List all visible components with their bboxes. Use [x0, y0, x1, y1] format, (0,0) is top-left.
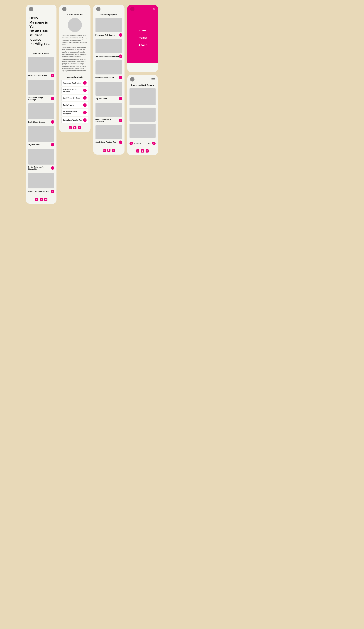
prev-label: previous — [134, 142, 141, 144]
project-list-item-2[interactable]: Tea Station's Logo Redesign → — [61, 87, 88, 94]
project-title-1: Poster and Web Design — [28, 74, 47, 76]
bio-para-3: The more I delve into the world of desig… — [59, 59, 91, 73]
project-card-4[interactable]: Tay Ho's Menu → — [28, 126, 54, 147]
phone2-header — [59, 5, 91, 13]
phone3-arrow-3[interactable]: → — [119, 76, 122, 79]
prev-arrow-icon[interactable]: ← — [129, 142, 133, 145]
hero-section: Hello. My name is Yen. I'm an UXID stude… — [26, 13, 56, 51]
project-list-title-1: Poster and Web Design — [63, 82, 81, 84]
project-list-arrow-6[interactable]: → — [83, 118, 87, 122]
phone2-linkedin-icon[interactable]: in — [69, 126, 72, 130]
mail-icon[interactable]: ✉ — [44, 198, 47, 201]
phone2-mail-icon[interactable]: ✉ — [78, 126, 81, 130]
project-card-1[interactable]: Poster and Web Design → — [28, 57, 54, 77]
project-list-item-5[interactable]: Bo By Butterman's Styleguide → — [61, 109, 88, 116]
phone3-title-4: Tay Ho's Menu — [96, 98, 107, 100]
phone3-linkedin-icon[interactable]: in — [103, 149, 106, 152]
phone2-social-footer: in B ✉ — [59, 124, 91, 132]
project-card-3[interactable]: Banh Chung Brochure → — [28, 103, 54, 124]
project-list-title-6: Candy Land Weather App — [63, 119, 82, 121]
project-card-footer-5: Bo By Butterman's Styleguide → — [28, 166, 54, 170]
phone2-behance-icon[interactable]: B — [73, 126, 76, 130]
menu-overlay: Home Project About — [127, 13, 158, 63]
project-card-2[interactable]: Tea Station's Logo Redesign → — [28, 80, 54, 101]
project-arrow-6[interactable]: → — [51, 190, 54, 193]
hamburger-icon[interactable] — [50, 8, 54, 10]
projects-title: Selected projects — [93, 13, 124, 18]
menu-item-about[interactable]: About — [138, 44, 146, 47]
phone3-arrow-4[interactable]: → — [119, 97, 122, 100]
phone3-project-card-5[interactable]: Bo By Butterman's Styleguide → — [96, 103, 122, 123]
project-detail-title: Poster and Web Design — [127, 83, 158, 88]
project-thumb-4 — [28, 126, 54, 142]
phone2-selected-label: selected projects — [59, 74, 91, 80]
next-arrow-icon[interactable]: → — [152, 142, 155, 145]
linkedin-icon[interactable]: in — [35, 198, 38, 201]
behance-icon[interactable]: B — [40, 198, 43, 201]
phone3-project-card-6[interactable]: Candy Land Weather App → — [96, 125, 122, 144]
project-thumb-2 — [28, 80, 54, 95]
phone1-dot — [29, 7, 33, 11]
phone5-linkedin-icon[interactable]: in — [136, 150, 139, 153]
phone5-hamburger-icon[interactable] — [151, 78, 155, 80]
phone5-social-footer: in B ✉ — [127, 147, 158, 155]
phone3-project-card-1[interactable]: Poster and Web Design → — [96, 18, 122, 37]
phone3-footer-2: Tea Station's Logo Redesign → — [96, 54, 122, 58]
menu-item-home[interactable]: Home — [138, 29, 146, 32]
phone5-dot — [130, 77, 134, 81]
phone3-footer-5: Bo By Butterman's Styleguide → — [96, 118, 122, 123]
project-card-footer-3: Banh Chung Brochure → — [28, 120, 54, 124]
project-title-6: Candy Land Weather App — [28, 190, 49, 192]
phone2-hamburger-icon[interactable] — [84, 8, 88, 10]
project-list-arrow-1[interactable]: → — [83, 81, 87, 85]
project-arrow-2[interactable]: → — [51, 97, 54, 100]
phone3-project-card-4[interactable]: Tay Ho's Menu → — [96, 82, 122, 100]
project-title-3: Banh Chung Brochure — [28, 121, 46, 123]
phone3-arrow-5[interactable]: → — [119, 119, 122, 122]
next-button[interactable]: next → — [148, 142, 155, 145]
project-title-5: Bo By Butterman's Styleguide — [28, 166, 51, 170]
project-list-item-1[interactable]: Poster and Web Design → — [61, 80, 88, 86]
project-list-item-3[interactable]: Banh Chung Brochure → — [61, 95, 88, 101]
project-list-item-4[interactable]: Tay Ho's Menu → — [61, 102, 88, 108]
project-card-6[interactable]: Candy Land Weather App → — [28, 173, 54, 193]
close-icon[interactable]: ✕ — [153, 7, 155, 11]
phone3-title-1: Poster and Web Design — [96, 34, 115, 36]
project-list-arrow-5[interactable]: → — [83, 111, 87, 114]
phone5-behance-icon[interactable]: B — [141, 150, 144, 153]
phone3-mail-icon[interactable]: ✉ — [112, 149, 115, 152]
phone3-hamburger-icon[interactable] — [118, 8, 122, 10]
project-list-arrow-4[interactable]: → — [83, 103, 87, 107]
phone1-social-footer: in B ✉ — [26, 196, 56, 204]
project-card-footer-2: Tea Station's Logo Redesign → — [28, 97, 54, 101]
phone3-title-6: Candy Land Weather App — [96, 141, 116, 143]
project-list-arrow-2[interactable]: → — [83, 89, 87, 92]
phone5-mail-icon[interactable]: ✉ — [145, 150, 149, 153]
project-arrow-1[interactable]: → — [51, 74, 54, 77]
project-card-5[interactable]: Bo By Butterman's Styleguide → — [28, 149, 54, 170]
project-thumb-6 — [28, 173, 54, 188]
project-card-footer-1: Poster and Web Design → — [28, 74, 54, 77]
project-arrow-5[interactable]: → — [51, 166, 54, 170]
project-arrow-3[interactable]: → — [51, 120, 54, 124]
phone3-thumb-6 — [96, 125, 122, 139]
phone3-thumb-2 — [96, 39, 122, 53]
phone3-arrow-2[interactable]: → — [119, 54, 122, 58]
phone3-arrow-6[interactable]: → — [119, 141, 122, 144]
phone3-behance-icon[interactable]: B — [107, 149, 111, 152]
phone2-dot — [62, 7, 66, 11]
phone3-project-card-3[interactable]: Banh Chung Brochure → — [96, 60, 122, 79]
project-arrow-4[interactable]: → — [51, 143, 54, 147]
phone3-project-card-2[interactable]: Tea Station's Logo Redesign → — [96, 39, 122, 58]
phone4-header: ✕ — [127, 5, 158, 13]
phone3-footer-1: Poster and Web Design → — [96, 33, 122, 37]
project-list-title-3: Banh Chung Brochure — [63, 97, 80, 99]
phone3-arrow-1[interactable]: → — [119, 33, 122, 37]
project-list-arrow-3[interactable]: → — [83, 96, 87, 100]
prev-button[interactable]: ← previous — [129, 142, 141, 145]
selected-projects-label: selected projects — [26, 51, 56, 57]
phone-menu-overlay: ✕ Home Project About — [127, 5, 158, 72]
menu-item-project[interactable]: Project — [138, 36, 147, 39]
project-list-title-5: Bo By Butterman's Styleguide — [63, 111, 83, 115]
project-list-item-6[interactable]: Candy Land Weather App → — [61, 117, 88, 123]
